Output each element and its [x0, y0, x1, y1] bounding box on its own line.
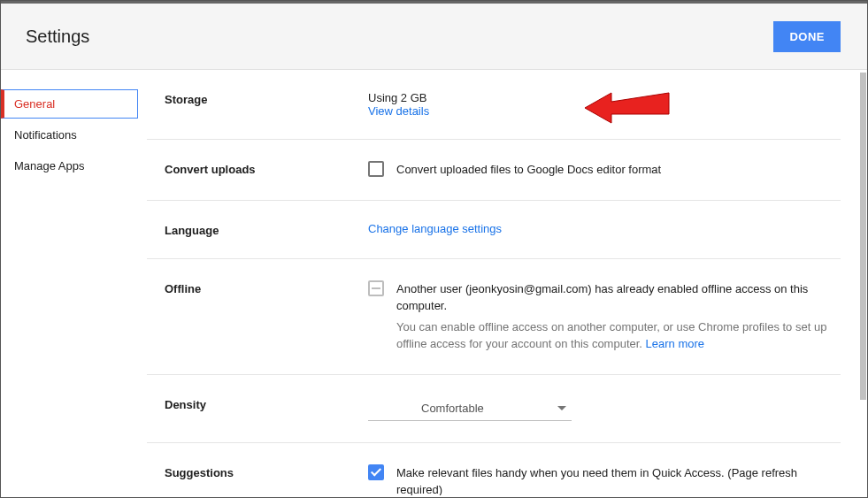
density-selected-value: Comfortable: [421, 402, 484, 415]
suggestions-label: Suggestions: [147, 464, 368, 496]
view-details-link[interactable]: View details: [368, 104, 429, 118]
chevron-down-icon: [557, 406, 566, 410]
offline-label: Offline: [147, 280, 368, 353]
row-language: Language Change language settings: [147, 200, 841, 258]
done-button[interactable]: DONE: [773, 21, 841, 52]
suggestions-checkbox-text: Make relevant files handy when you need …: [396, 464, 841, 496]
convert-uploads-checkbox-text: Convert uploaded files to Google Docs ed…: [396, 161, 841, 179]
suggestions-checkbox[interactable]: [368, 464, 384, 480]
density-select[interactable]: Comfortable: [368, 396, 572, 421]
page-title: Settings: [26, 27, 89, 47]
offline-checkbox: [368, 280, 384, 296]
row-suggestions: Suggestions Make relevant files handy wh…: [147, 442, 841, 496]
settings-header: Settings DONE: [1, 1, 867, 70]
sidebar-tab-manage-apps[interactable]: Manage Apps: [1, 151, 138, 180]
offline-note-text: You can enable offline access on another…: [396, 320, 826, 351]
language-label: Language: [147, 222, 368, 237]
row-offline: Offline Another user (jeonkyosin@gmail.c…: [147, 258, 841, 374]
settings-content: Storage Using 2 GB View details Convert …: [138, 70, 867, 495]
settings-body: General Notifications Manage Apps Storag…: [1, 70, 867, 495]
sidebar-tab-notifications[interactable]: Notifications: [1, 120, 138, 149]
row-convert-uploads: Convert uploads Convert uploaded files t…: [147, 139, 841, 200]
convert-uploads-checkbox[interactable]: [368, 161, 384, 177]
storage-label: Storage: [147, 91, 368, 118]
storage-usage-text: Using 2 GB: [368, 91, 841, 104]
row-density: Density Comfortable: [147, 374, 841, 442]
storage-value: Using 2 GB View details: [368, 91, 841, 118]
convert-uploads-label: Convert uploads: [147, 161, 368, 179]
sidebar-tab-general[interactable]: General: [1, 89, 138, 119]
row-storage: Storage Using 2 GB View details: [147, 70, 841, 139]
offline-learn-more-link[interactable]: Learn more: [646, 337, 704, 350]
scrollbar-thumb[interactable]: [860, 73, 866, 400]
offline-primary-text: Another user (jeonkyosin@gmail.com) has …: [396, 280, 841, 315]
density-label: Density: [147, 396, 368, 421]
change-language-link[interactable]: Change language settings: [368, 222, 502, 235]
offline-note: You can enable offline access on another…: [396, 318, 841, 353]
settings-sidebar: General Notifications Manage Apps: [1, 70, 138, 495]
